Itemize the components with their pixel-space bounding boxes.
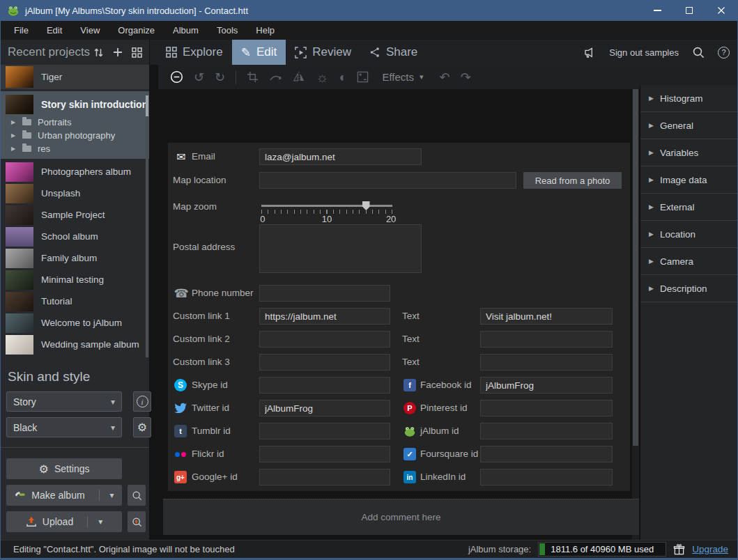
project-item[interactable]: Photographers album — [1, 161, 149, 182]
rotate-right-icon[interactable]: ↻ — [215, 71, 225, 84]
project-item-tiger[interactable]: Tiger — [1, 65, 149, 89]
panel-section-description[interactable]: ▶Description — [640, 275, 738, 302]
close-button[interactable] — [705, 0, 737, 21]
skin-select[interactable]: Story ▾ — [6, 391, 122, 412]
tab-edit[interactable]: ✎ Edit — [232, 40, 286, 65]
tree-item-portraits[interactable]: ▶ Portraits — [1, 116, 149, 129]
foursquare-input[interactable] — [480, 446, 613, 462]
menu-tools[interactable]: Tools — [208, 21, 247, 40]
panel-section-camera[interactable]: ▶Camera — [640, 248, 738, 275]
brightness-icon[interactable]: ☼ — [316, 70, 328, 84]
minimize-button[interactable] — [641, 0, 673, 21]
pinterest-input[interactable] — [480, 400, 613, 417]
preview-upload-button[interactable] — [128, 511, 146, 532]
preview-album-button[interactable] — [128, 485, 146, 506]
style-select[interactable]: Black ▾ — [6, 417, 122, 437]
sort-projects-icon[interactable] — [93, 47, 104, 58]
custom-link-1-url-input[interactable] — [259, 308, 390, 325]
sign-out-link[interactable]: Sign out samples — [609, 47, 679, 58]
megaphone-icon[interactable] — [583, 46, 596, 59]
linkedin-input[interactable] — [480, 469, 613, 485]
twitter-input[interactable] — [259, 400, 390, 417]
project-item[interactable]: School album — [1, 226, 149, 247]
email-input[interactable] — [259, 148, 422, 165]
custom-link-2-url-input[interactable] — [259, 331, 390, 348]
undo-icon[interactable]: ↶ — [440, 71, 450, 84]
custom-link-2-text-input[interactable] — [480, 331, 613, 348]
tab-explore[interactable]: Explore — [157, 40, 232, 65]
tab-share[interactable]: Share — [360, 40, 426, 65]
flip-icon[interactable] — [293, 72, 305, 82]
chevron-down-icon[interactable]: ▾ — [110, 490, 114, 500]
custom-link-3-url-input[interactable] — [259, 354, 390, 371]
straighten-icon[interactable] — [269, 72, 282, 82]
main-scrollbar[interactable] — [632, 89, 639, 540]
menu-album[interactable]: Album — [164, 21, 208, 40]
facebook-input[interactable] — [480, 377, 613, 394]
postal-address-textarea[interactable] — [259, 224, 422, 273]
jalbum-id-input[interactable] — [480, 423, 613, 440]
project-view-grid-icon[interactable] — [132, 47, 142, 58]
menu-edit[interactable]: Edit — [38, 21, 71, 40]
exposure-icon[interactable] — [357, 71, 369, 83]
settings-button[interactable]: ⚙ Settings — [6, 458, 122, 479]
crop-icon[interactable] — [247, 71, 259, 83]
sidebar-scrollbar-thumb[interactable] — [146, 95, 148, 116]
panel-section-variables[interactable]: ▶Variables — [640, 139, 738, 166]
upload-button[interactable]: Upload ▾ — [6, 511, 122, 532]
settings-button-label: Settings — [54, 463, 90, 474]
chevron-down-icon[interactable]: ▾ — [98, 517, 102, 527]
project-item[interactable]: Welcome to jAlbum — [1, 312, 149, 334]
menu-help[interactable]: Help — [247, 21, 284, 40]
shrink-circle-icon[interactable] — [170, 70, 183, 84]
main-scrollbar-thumb[interactable] — [633, 89, 638, 446]
tree-item-urban-photography[interactable]: ▶ Urban photography — [1, 129, 149, 142]
add-project-icon[interactable] — [113, 47, 123, 57]
custom-link-1-text-input[interactable] — [480, 308, 613, 325]
map-location-input[interactable] — [259, 172, 516, 189]
project-item[interactable]: Family album — [1, 247, 149, 269]
tree-item-res[interactable]: ▶ res — [1, 142, 149, 155]
search-icon[interactable] — [692, 46, 705, 59]
skin-settings-button[interactable]: ⚙ — [133, 417, 151, 437]
project-item[interactable]: Unsplash — [1, 182, 149, 204]
googleplus-input[interactable] — [259, 469, 390, 485]
upgrade-link[interactable]: Upgrade — [692, 544, 728, 554]
rotate-left-icon[interactable]: ↺ — [194, 71, 204, 84]
gift-icon[interactable] — [673, 543, 685, 556]
contrast-icon[interactable]: ◐ — [339, 71, 347, 84]
project-item[interactable]: Minimal testing — [1, 269, 149, 290]
slider-track[interactable] — [261, 205, 392, 207]
project-item[interactable]: Wedding sample album — [1, 334, 149, 355]
panel-section-external[interactable]: ▶External — [640, 194, 738, 221]
expand-arrow-icon[interactable]: ▶ — [11, 132, 17, 139]
project-item[interactable]: Sample Project — [1, 204, 149, 226]
phone-input[interactable] — [259, 285, 390, 302]
redo-icon[interactable]: ↷ — [461, 71, 471, 84]
make-album-button[interactable]: Make album ▾ — [6, 485, 122, 506]
map-zoom-slider[interactable]: 0 10 20 — [261, 201, 392, 222]
project-item-selected[interactable]: Story skin introduction ▶ Portraits ▶ Ur… — [1, 91, 149, 159]
expand-arrow-icon[interactable]: ▶ — [11, 119, 17, 125]
expand-arrow-icon[interactable]: ▶ — [11, 146, 17, 152]
panel-section-image-data[interactable]: ▶Image data — [640, 166, 738, 194]
read-from-photo-button[interactable]: Read from a photo — [523, 172, 622, 189]
tumblr-input[interactable] — [259, 423, 390, 440]
maximize-button[interactable] — [673, 0, 705, 21]
skin-info-button[interactable]: i — [133, 391, 151, 412]
project-item[interactable]: Tutorial — [1, 290, 149, 312]
help-icon[interactable]: ? — [718, 47, 730, 59]
menu-file[interactable]: File — [5, 21, 38, 40]
tab-review[interactable]: Review — [286, 40, 360, 65]
sidebar-scrollbar[interactable] — [146, 94, 148, 357]
menu-view[interactable]: View — [71, 21, 109, 40]
comment-input[interactable]: Add comment here — [163, 499, 639, 535]
panel-section-location[interactable]: ▶Location — [640, 221, 738, 248]
skype-input[interactable] — [259, 377, 390, 394]
effects-dropdown[interactable]: Effects ▾ — [382, 71, 423, 83]
panel-section-general[interactable]: ▶General — [640, 112, 738, 139]
panel-section-histogram[interactable]: ▶Histogram — [640, 85, 738, 112]
menu-organize[interactable]: Organize — [109, 21, 164, 40]
flickr-input[interactable] — [259, 446, 390, 462]
custom-link-3-text-input[interactable] — [480, 354, 613, 371]
